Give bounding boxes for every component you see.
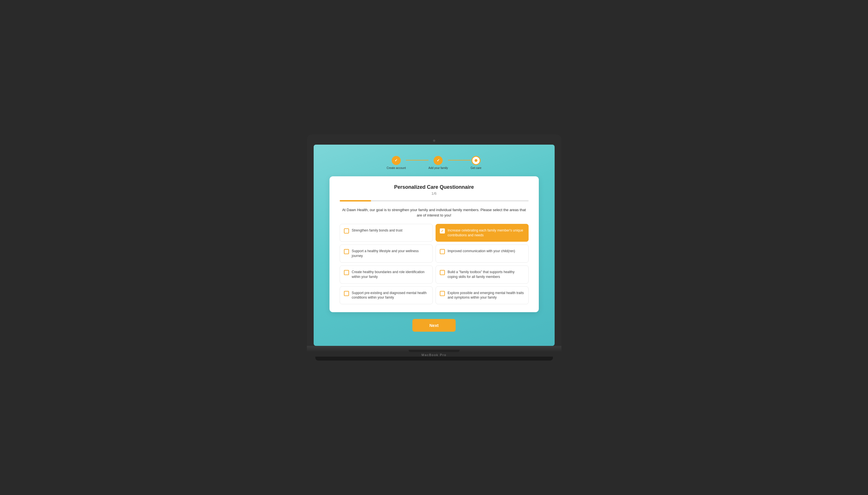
checkbox-celebrating: ✓ (440, 228, 445, 234)
checkbox-pre-existing (344, 291, 349, 296)
card-progress: 1/6 (340, 191, 529, 195)
laptop-foot (315, 357, 553, 361)
option-text-7: Support pre-existing and diagnosed menta… (352, 291, 428, 300)
step-line-1 (406, 160, 428, 160)
stepper: ✓ Create account ✓ Add your family G (387, 156, 481, 170)
option-communication[interactable]: Improved communication with your child(r… (436, 244, 529, 263)
options-grid: Strengthen family bonds and trust ✓ Incr… (340, 224, 529, 304)
progress-bar (340, 200, 529, 202)
option-family-toolbox[interactable]: Build a "family toolbox" that supports h… (436, 266, 529, 284)
option-text-8: Explore possible and emerging mental hea… (448, 291, 524, 300)
step-2-circle: ✓ (433, 156, 443, 165)
screen-bezel: ✓ Create account ✓ Add your family G (307, 134, 562, 346)
step-2-label: Add your family (428, 166, 448, 170)
option-text-2: Increase celebrating each family member'… (448, 228, 524, 238)
step-2: ✓ Add your family (428, 156, 448, 170)
checkbox-healthy-boundaries (344, 270, 349, 275)
checkbox-family-toolbox (440, 270, 445, 275)
step-1: ✓ Create account (387, 156, 406, 170)
option-healthy-boundaries[interactable]: Create healthy boundaries and role ident… (340, 266, 433, 284)
progress-bar-fill (340, 200, 371, 202)
checkmark-celebrating: ✓ (441, 229, 444, 233)
step-3-label: Get care (471, 166, 481, 170)
option-text-6: Build a "family toolbox" that supports h… (448, 270, 524, 279)
step-3-circle (472, 156, 480, 165)
option-text-3: Support a healthy lifestyle and your wel… (352, 249, 428, 258)
option-healthy-lifestyle[interactable]: Support a healthy lifestyle and your wel… (340, 244, 433, 263)
step-1-label: Create account (387, 166, 406, 170)
step-1-circle: ✓ (392, 156, 401, 165)
option-strengthen-bonds[interactable]: Strengthen family bonds and trust (340, 224, 433, 242)
option-text-5: Create healthy boundaries and role ident… (352, 270, 428, 279)
step-line-2 (448, 160, 471, 160)
option-pre-existing[interactable]: Support pre-existing and diagnosed menta… (340, 286, 433, 305)
option-celebrating[interactable]: ✓ Increase celebrating each family membe… (436, 224, 529, 242)
question-text: At Dawn Health, our goal is to strengthe… (340, 207, 529, 218)
card-title: Personalized Care Questionnaire (340, 184, 529, 190)
laptop-brand: MacBook Pro (307, 353, 562, 357)
checkbox-strengthen-bonds (344, 228, 349, 234)
option-text-4: Improved communication with your child(r… (448, 249, 515, 254)
step-3: Get care (471, 156, 481, 170)
screen: ✓ Create account ✓ Add your family G (314, 144, 555, 346)
camera (433, 139, 435, 142)
checkbox-healthy-lifestyle (344, 249, 349, 254)
option-emerging-traits[interactable]: Explore possible and emerging mental hea… (436, 286, 529, 305)
questionnaire-card: Personalized Care Questionnaire 1/6 At D… (330, 176, 539, 312)
laptop-container: ✓ Create account ✓ Add your family G (307, 134, 562, 361)
laptop-base (307, 346, 562, 352)
next-button[interactable]: Next (412, 319, 456, 332)
checkbox-emerging-traits (440, 291, 445, 296)
option-text-1: Strengthen family bonds and trust (352, 228, 403, 233)
checkbox-communication (440, 249, 445, 254)
